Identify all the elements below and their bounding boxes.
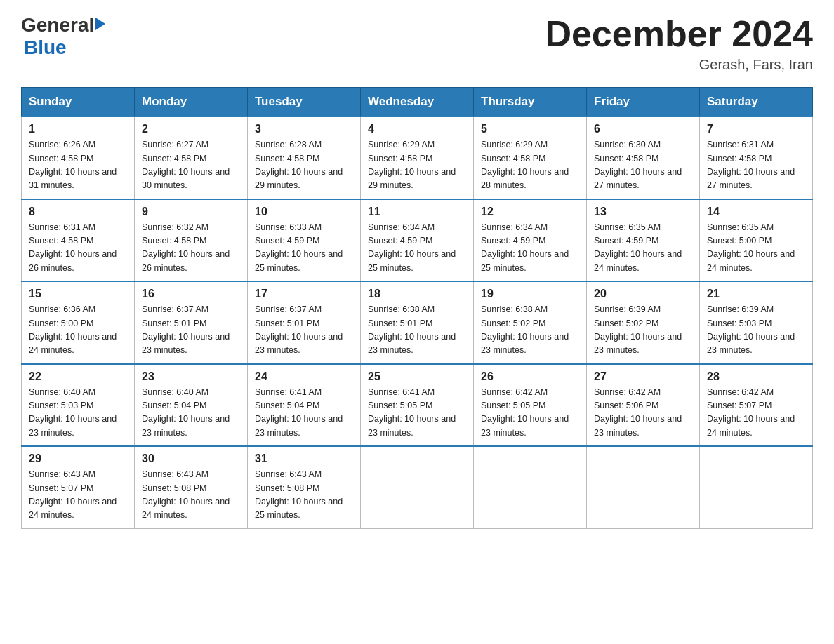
table-row bbox=[361, 446, 474, 528]
logo-blue-text: Blue bbox=[24, 36, 67, 58]
col-header-friday: Friday bbox=[587, 88, 700, 117]
day-number: 30 bbox=[142, 452, 240, 465]
day-number: 10 bbox=[255, 206, 353, 218]
day-info: Sunrise: 6:38 AM Sunset: 5:02 PM Dayligh… bbox=[481, 303, 579, 358]
col-header-monday: Monday bbox=[135, 88, 248, 117]
table-row: 29 Sunrise: 6:43 AM Sunset: 5:07 PM Dayl… bbox=[22, 446, 135, 528]
day-info: Sunrise: 6:27 AM Sunset: 4:58 PM Dayligh… bbox=[142, 138, 240, 193]
day-number: 25 bbox=[368, 370, 466, 383]
day-info: Sunrise: 6:39 AM Sunset: 5:03 PM Dayligh… bbox=[707, 303, 805, 358]
table-row bbox=[587, 446, 700, 528]
table-row: 10 Sunrise: 6:33 AM Sunset: 4:59 PM Dayl… bbox=[248, 199, 361, 282]
day-number: 3 bbox=[255, 123, 353, 135]
day-number: 13 bbox=[594, 206, 692, 218]
calendar-header-row: SundayMondayTuesdayWednesdayThursdayFrid… bbox=[22, 88, 813, 117]
day-info: Sunrise: 6:31 AM Sunset: 4:58 PM Dayligh… bbox=[29, 221, 127, 276]
day-info: Sunrise: 6:35 AM Sunset: 5:00 PM Dayligh… bbox=[707, 221, 805, 276]
table-row: 30 Sunrise: 6:43 AM Sunset: 5:08 PM Dayl… bbox=[135, 446, 248, 528]
day-info: Sunrise: 6:40 AM Sunset: 5:03 PM Dayligh… bbox=[29, 386, 127, 441]
day-number: 27 bbox=[594, 370, 692, 383]
col-header-tuesday: Tuesday bbox=[248, 88, 361, 117]
calendar-table: SundayMondayTuesdayWednesdayThursdayFrid… bbox=[21, 87, 813, 529]
day-number: 11 bbox=[368, 206, 466, 218]
table-row: 16 Sunrise: 6:37 AM Sunset: 5:01 PM Dayl… bbox=[135, 281, 248, 364]
day-info: Sunrise: 6:40 AM Sunset: 5:04 PM Dayligh… bbox=[142, 386, 240, 441]
table-row: 19 Sunrise: 6:38 AM Sunset: 5:02 PM Dayl… bbox=[474, 281, 587, 364]
table-row: 15 Sunrise: 6:36 AM Sunset: 5:00 PM Dayl… bbox=[22, 281, 135, 364]
day-number: 20 bbox=[594, 288, 692, 300]
day-number: 6 bbox=[594, 123, 692, 135]
day-number: 14 bbox=[707, 206, 805, 218]
table-row: 21 Sunrise: 6:39 AM Sunset: 5:03 PM Dayl… bbox=[700, 281, 813, 364]
day-number: 1 bbox=[29, 123, 127, 135]
col-header-saturday: Saturday bbox=[700, 88, 813, 117]
day-info: Sunrise: 6:43 AM Sunset: 5:07 PM Dayligh… bbox=[29, 468, 127, 523]
day-number: 24 bbox=[255, 370, 353, 383]
table-row: 28 Sunrise: 6:42 AM Sunset: 5:07 PM Dayl… bbox=[700, 364, 813, 447]
table-row: 18 Sunrise: 6:38 AM Sunset: 5:01 PM Dayl… bbox=[361, 281, 474, 364]
table-row: 26 Sunrise: 6:42 AM Sunset: 5:05 PM Dayl… bbox=[474, 364, 587, 447]
day-info: Sunrise: 6:36 AM Sunset: 5:00 PM Dayligh… bbox=[29, 303, 127, 358]
day-number: 9 bbox=[142, 206, 240, 218]
table-row: 2 Sunrise: 6:27 AM Sunset: 4:58 PM Dayli… bbox=[135, 116, 248, 199]
logo-triangle-icon bbox=[95, 18, 105, 30]
day-number: 2 bbox=[142, 123, 240, 135]
table-row: 12 Sunrise: 6:34 AM Sunset: 4:59 PM Dayl… bbox=[474, 199, 587, 282]
table-row: 22 Sunrise: 6:40 AM Sunset: 5:03 PM Dayl… bbox=[22, 364, 135, 447]
location-subtitle: Gerash, Fars, Iran bbox=[545, 57, 813, 73]
day-number: 23 bbox=[142, 370, 240, 383]
day-info: Sunrise: 6:32 AM Sunset: 4:58 PM Dayligh… bbox=[142, 221, 240, 276]
day-info: Sunrise: 6:30 AM Sunset: 4:58 PM Dayligh… bbox=[594, 138, 692, 193]
col-header-wednesday: Wednesday bbox=[361, 88, 474, 117]
day-info: Sunrise: 6:33 AM Sunset: 4:59 PM Dayligh… bbox=[255, 221, 353, 276]
table-row: 24 Sunrise: 6:41 AM Sunset: 5:04 PM Dayl… bbox=[248, 364, 361, 447]
day-info: Sunrise: 6:29 AM Sunset: 4:58 PM Dayligh… bbox=[481, 138, 579, 193]
day-info: Sunrise: 6:37 AM Sunset: 5:01 PM Dayligh… bbox=[255, 303, 353, 358]
table-row: 13 Sunrise: 6:35 AM Sunset: 4:59 PM Dayl… bbox=[587, 199, 700, 282]
day-number: 5 bbox=[481, 123, 579, 135]
month-title: December 2024 bbox=[545, 14, 813, 54]
day-info: Sunrise: 6:31 AM Sunset: 4:58 PM Dayligh… bbox=[707, 138, 805, 193]
col-header-thursday: Thursday bbox=[474, 88, 587, 117]
day-info: Sunrise: 6:42 AM Sunset: 5:05 PM Dayligh… bbox=[481, 386, 579, 441]
day-info: Sunrise: 6:39 AM Sunset: 5:02 PM Dayligh… bbox=[594, 303, 692, 358]
table-row: 8 Sunrise: 6:31 AM Sunset: 4:58 PM Dayli… bbox=[22, 199, 135, 282]
day-number: 12 bbox=[481, 206, 579, 218]
table-row: 31 Sunrise: 6:43 AM Sunset: 5:08 PM Dayl… bbox=[248, 446, 361, 528]
day-number: 18 bbox=[368, 288, 466, 300]
table-row: 3 Sunrise: 6:28 AM Sunset: 4:58 PM Dayli… bbox=[248, 116, 361, 199]
day-info: Sunrise: 6:41 AM Sunset: 5:04 PM Dayligh… bbox=[255, 386, 353, 441]
day-info: Sunrise: 6:42 AM Sunset: 5:06 PM Dayligh… bbox=[594, 386, 692, 441]
table-row: 7 Sunrise: 6:31 AM Sunset: 4:58 PM Dayli… bbox=[700, 116, 813, 199]
table-row bbox=[474, 446, 587, 528]
day-number: 29 bbox=[29, 452, 127, 465]
calendar-week-row: 29 Sunrise: 6:43 AM Sunset: 5:07 PM Dayl… bbox=[22, 446, 813, 528]
day-info: Sunrise: 6:37 AM Sunset: 5:01 PM Dayligh… bbox=[142, 303, 240, 358]
table-row: 1 Sunrise: 6:26 AM Sunset: 4:58 PM Dayli… bbox=[22, 116, 135, 199]
calendar-week-row: 15 Sunrise: 6:36 AM Sunset: 5:00 PM Dayl… bbox=[22, 281, 813, 364]
day-number: 26 bbox=[481, 370, 579, 383]
day-info: Sunrise: 6:34 AM Sunset: 4:59 PM Dayligh… bbox=[481, 221, 579, 276]
table-row: 27 Sunrise: 6:42 AM Sunset: 5:06 PM Dayl… bbox=[587, 364, 700, 447]
day-number: 7 bbox=[707, 123, 805, 135]
calendar-week-row: 22 Sunrise: 6:40 AM Sunset: 5:03 PM Dayl… bbox=[22, 364, 813, 447]
day-info: Sunrise: 6:29 AM Sunset: 4:58 PM Dayligh… bbox=[368, 138, 466, 193]
day-info: Sunrise: 6:43 AM Sunset: 5:08 PM Dayligh… bbox=[255, 468, 353, 523]
table-row: 6 Sunrise: 6:30 AM Sunset: 4:58 PM Dayli… bbox=[587, 116, 700, 199]
day-info: Sunrise: 6:35 AM Sunset: 4:59 PM Dayligh… bbox=[594, 221, 692, 276]
day-number: 28 bbox=[707, 370, 805, 383]
day-info: Sunrise: 6:41 AM Sunset: 5:05 PM Dayligh… bbox=[368, 386, 466, 441]
table-row bbox=[700, 446, 813, 528]
table-row: 11 Sunrise: 6:34 AM Sunset: 4:59 PM Dayl… bbox=[361, 199, 474, 282]
day-number: 16 bbox=[142, 288, 240, 300]
day-number: 8 bbox=[29, 206, 127, 218]
day-info: Sunrise: 6:38 AM Sunset: 5:01 PM Dayligh… bbox=[368, 303, 466, 358]
table-row: 17 Sunrise: 6:37 AM Sunset: 5:01 PM Dayl… bbox=[248, 281, 361, 364]
day-info: Sunrise: 6:34 AM Sunset: 4:59 PM Dayligh… bbox=[368, 221, 466, 276]
table-row: 25 Sunrise: 6:41 AM Sunset: 5:05 PM Dayl… bbox=[361, 364, 474, 447]
day-number: 4 bbox=[368, 123, 466, 135]
day-number: 19 bbox=[481, 288, 579, 300]
logo: General Blue bbox=[21, 14, 105, 59]
day-number: 17 bbox=[255, 288, 353, 300]
table-row: 4 Sunrise: 6:29 AM Sunset: 4:58 PM Dayli… bbox=[361, 116, 474, 199]
